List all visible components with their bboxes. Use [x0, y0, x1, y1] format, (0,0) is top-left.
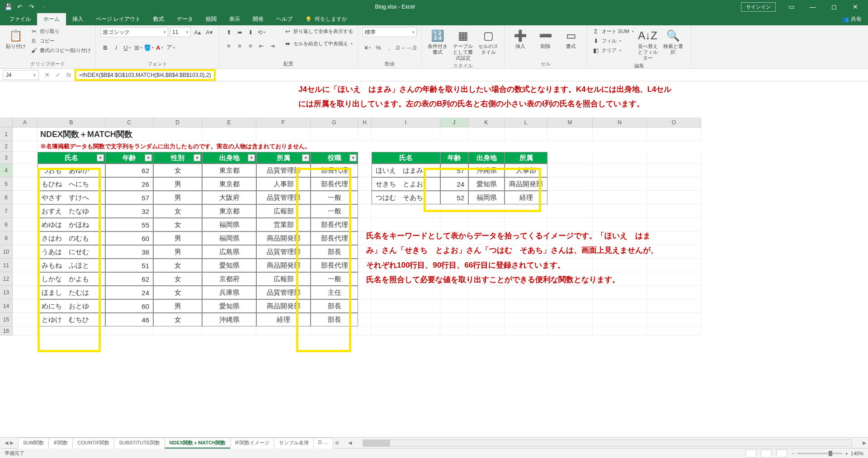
filter-icon[interactable]: ▾ — [97, 154, 104, 161]
cell-blank[interactable] — [13, 286, 38, 299]
left-cell-r9-c4[interactable]: 商品開発部 — [256, 231, 311, 245]
left-cell-r13-c1[interactable]: 24 — [105, 286, 153, 299]
row-header-4[interactable]: 4 — [0, 164, 13, 177]
left-header-1[interactable]: 年齢▾ — [105, 152, 153, 164]
right-header-1[interactable]: 年齢 — [440, 152, 468, 164]
left-cell-r4-c1[interactable]: 62 — [105, 164, 153, 177]
right-cell-r4-c2[interactable]: 沖縄県 — [468, 164, 505, 177]
font-color-button[interactable]: A — [155, 42, 165, 52]
zoom-in-icon[interactable]: + — [845, 451, 848, 456]
col-header-J[interactable]: J — [440, 118, 468, 127]
scroll-right-icon[interactable]: ▶ — [861, 440, 868, 446]
insert-cells-button[interactable]: ➕挿入 — [509, 27, 532, 49]
add-sheet-button[interactable]: ⊕ — [333, 440, 342, 446]
left-cell-r9-c0[interactable]: さはわ のむも — [38, 231, 105, 245]
sheet-tab-0[interactable]: SUM関数 — [18, 438, 49, 449]
sheet-tab-5[interactable]: IF関数イメージ — [230, 438, 274, 449]
col-header-K[interactable]: K — [468, 118, 505, 127]
cell-blank[interactable] — [202, 326, 256, 335]
left-cell-r12-c1[interactable]: 62 — [105, 272, 153, 286]
cell-blank[interactable] — [372, 313, 440, 326]
view-pagebreak-icon[interactable] — [776, 449, 787, 458]
fx-icon[interactable]: fx — [63, 70, 74, 80]
cell-blank[interactable] — [547, 152, 593, 164]
ribbon-options-icon[interactable]: ▭ — [781, 0, 802, 14]
filter-icon[interactable]: ▾ — [145, 154, 152, 161]
cell-blank[interactable] — [256, 127, 311, 141]
left-cell-r4-c4[interactable]: 品質管理部 — [256, 164, 311, 177]
left-cell-r5-c2[interactable]: 男 — [153, 177, 202, 191]
left-cell-r15-c3[interactable]: 沖縄県 — [202, 313, 256, 326]
orientation-icon[interactable]: ⟲ — [256, 27, 266, 37]
left-cell-r10-c0[interactable]: うあは にせむ — [38, 245, 105, 259]
row-header-15[interactable]: 15 — [0, 313, 13, 326]
left-cell-r12-c5[interactable]: 一般 — [311, 272, 358, 286]
scrollbar-thumb[interactable] — [363, 440, 390, 446]
name-box[interactable]: J4▾ — [3, 70, 39, 80]
left-cell-r4-c0[interactable]: つおも あゆか — [38, 164, 105, 177]
left-cell-r6-c0[interactable]: やさす すけへ — [38, 191, 105, 204]
right-cell-r6-c3[interactable]: 経理 — [505, 191, 547, 204]
cell-blank[interactable] — [593, 127, 647, 141]
tell-me[interactable]: 💡何をしますか — [299, 13, 354, 25]
left-cell-r8-c2[interactable]: 女 — [153, 218, 202, 231]
number-format-combo[interactable]: 標準▾ — [363, 27, 417, 37]
formula-input[interactable]: =INDEX($B$4:$G$103,MATCH($I4,$B$4:$B$103… — [74, 70, 868, 80]
left-cell-r14-c1[interactable]: 60 — [105, 299, 153, 313]
font-name-combo[interactable]: 游ゴシック▾ — [100, 27, 168, 37]
left-cell-r11-c4[interactable]: 商品開発部 — [256, 259, 311, 272]
col-header-F[interactable]: F — [256, 118, 311, 127]
cell-blank[interactable] — [547, 127, 593, 141]
cell-blank[interactable] — [38, 326, 105, 335]
left-cell-r12-c4[interactable]: 広報部 — [256, 272, 311, 286]
delete-cells-button[interactable]: ➖削除 — [534, 27, 557, 49]
tab-pagelayout[interactable]: ページ レイアウト — [90, 13, 147, 25]
cell-blank[interactable] — [468, 204, 505, 218]
sheet-tab-1[interactable]: IF関数 — [48, 438, 73, 449]
merge-button[interactable]: ⬌セルを結合して中央揃え — [283, 39, 353, 48]
cell-blank[interactable] — [593, 164, 647, 177]
bold-button[interactable]: B — [100, 42, 110, 52]
cell-blank[interactable] — [372, 326, 440, 335]
left-cell-r6-c1[interactable]: 57 — [105, 191, 153, 204]
cell-blank[interactable] — [256, 326, 311, 335]
underline-button[interactable]: U — [122, 42, 132, 52]
left-cell-r7-c1[interactable]: 32 — [105, 204, 153, 218]
row-header-11[interactable]: 11 — [0, 259, 13, 272]
col-header-N[interactable]: N — [593, 118, 647, 127]
cell-blank[interactable] — [593, 326, 647, 335]
left-cell-r9-c2[interactable]: 男 — [153, 231, 202, 245]
find-select-button[interactable]: 🔍検索と選択 — [662, 27, 684, 55]
cell-blank[interactable] — [13, 204, 38, 218]
left-cell-r14-c5[interactable]: 部長 — [311, 299, 358, 313]
share-button[interactable]: 👥共有 — [836, 13, 868, 25]
scroll-left-icon[interactable]: ◀ — [346, 440, 354, 446]
right-cell-r5-c1[interactable]: 24 — [440, 177, 468, 191]
left-header-2[interactable]: 性別▾ — [153, 152, 202, 164]
row-header-10[interactable]: 10 — [0, 245, 13, 259]
note-cell[interactable]: ※名簿掲載データも関数で文字列をランダムに出力したものです。実在の人物は含まれて… — [38, 141, 580, 152]
cell-blank[interactable] — [13, 218, 38, 231]
cell-blank[interactable] — [505, 286, 547, 299]
right-header-0[interactable]: 氏名 — [372, 152, 440, 164]
col-header-D[interactable]: D — [153, 118, 202, 127]
filter-icon[interactable]: ▾ — [248, 154, 255, 161]
left-cell-r15-c0[interactable]: とゆけ むちひ — [38, 313, 105, 326]
cell-blank[interactable] — [311, 326, 358, 335]
sheet-tab-4[interactable]: NDEX関数＋MATCH関数 — [165, 438, 231, 449]
cell-blank[interactable] — [468, 326, 505, 335]
cell-blank[interactable] — [13, 231, 38, 245]
nav-first-icon[interactable]: ◀ — [5, 440, 8, 446]
cell-blank[interactable] — [358, 164, 372, 177]
nav-last-icon[interactable]: ▶ — [10, 440, 14, 446]
cell-blank[interactable] — [547, 326, 593, 335]
left-header-0[interactable]: 氏名▾ — [38, 152, 105, 164]
left-cell-r6-c4[interactable]: 品質管理部 — [256, 191, 311, 204]
row-header-13[interactable]: 13 — [0, 286, 13, 299]
left-cell-r15-c5[interactable]: 部長 — [311, 313, 358, 326]
right-cell-r6-c0[interactable]: つはむ そあち — [372, 191, 440, 204]
align-top-icon[interactable]: ⬆ — [224, 27, 234, 37]
left-cell-r11-c2[interactable]: 女 — [153, 259, 202, 272]
row-header-9[interactable]: 9 — [0, 231, 13, 245]
left-cell-r8-c1[interactable]: 55 — [105, 218, 153, 231]
